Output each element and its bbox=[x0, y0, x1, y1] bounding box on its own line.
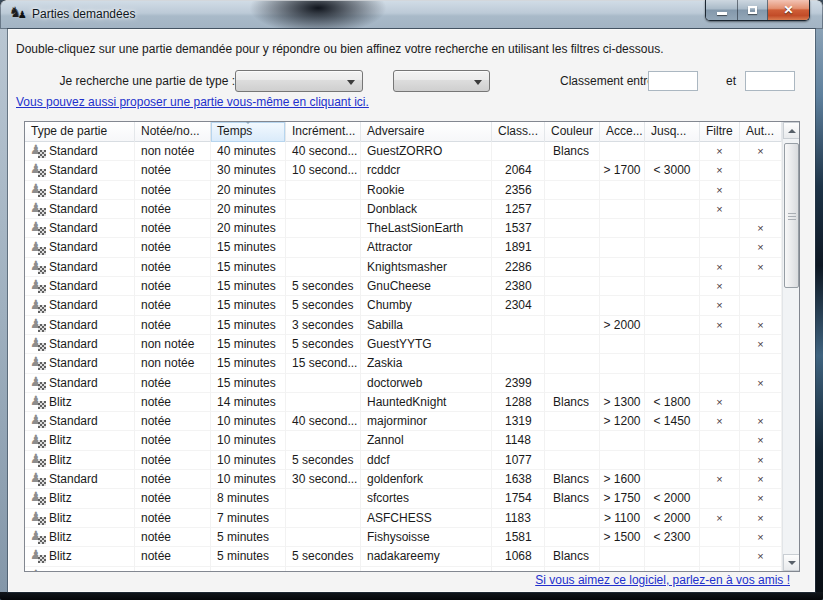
table-row[interactable]: ♟Standardnotée15 minutes5 secondesGnuChe… bbox=[25, 277, 782, 296]
cell-type: ♟Standard bbox=[25, 219, 135, 238]
table-row[interactable]: ♟Standardnotée15 minutes5 secondesChumby… bbox=[25, 296, 782, 315]
scroll-up-button[interactable] bbox=[783, 122, 800, 139]
tell-friends-link[interactable]: Si vous aimez ce logiciel, parlez-en à v… bbox=[535, 573, 790, 587]
cell-filter: × bbox=[700, 142, 740, 161]
table-row[interactable]: ♟Standardnotée20 minutesDonblack1257× bbox=[25, 200, 782, 219]
cell-filter bbox=[700, 547, 740, 566]
close-button[interactable]: ✕ bbox=[768, 0, 809, 20]
pawn-board-icon: ♟ bbox=[31, 202, 46, 217]
cell-rating: 1891 bbox=[492, 238, 545, 257]
game-type-label: Standard bbox=[49, 142, 98, 161]
cell-rating: 2064 bbox=[492, 161, 545, 180]
table-row[interactable]: ♟Standardnon notée15 minutes5 secondesGu… bbox=[25, 335, 782, 354]
game-type-label: Standard bbox=[49, 412, 98, 431]
table-row[interactable]: ♟Blitznotée10 minutes5 secondesddcf1077× bbox=[25, 451, 782, 470]
rating-max-input[interactable] bbox=[745, 71, 795, 91]
rating-min-input[interactable] bbox=[648, 71, 698, 91]
column-header-adv[interactable]: Adversaire bbox=[361, 122, 492, 142]
cell-type: ♟Standard bbox=[25, 142, 135, 161]
table-row[interactable]: ♟Standardnotée15 minutesdoctorweb2399× bbox=[25, 374, 782, 393]
game-subtype-select[interactable] bbox=[393, 70, 490, 92]
pawn-board-icon: ♟ bbox=[31, 183, 46, 198]
cell-filter bbox=[700, 528, 740, 547]
column-header-label: Couleur bbox=[551, 124, 593, 138]
table-row[interactable]: ♟Blitznotée5 minutes5 secondesnadakareem… bbox=[25, 547, 782, 566]
column-header-inc[interactable]: Incrément... bbox=[286, 122, 361, 142]
titlebar[interactable]: ♞ ♟ Parties demandées ✕ bbox=[0, 0, 823, 29]
cell-rated: notée bbox=[135, 393, 211, 412]
table-row[interactable]: ♟Blitznotée7 minutesASFCHESS1183> 1100< … bbox=[25, 509, 782, 528]
table-row[interactable]: ♟Blitznotée5 minutesblik2170× bbox=[25, 567, 782, 571]
cell-rated: notée bbox=[135, 509, 211, 528]
column-header-label: Acce... bbox=[606, 124, 643, 138]
table-row[interactable]: ♟Blitznotée10 minutesZannol1148× bbox=[25, 431, 782, 450]
cell-rated: notée bbox=[135, 200, 211, 219]
minimize-button[interactable] bbox=[706, 0, 737, 20]
game-type-select[interactable] bbox=[235, 70, 363, 92]
column-header-color[interactable]: Couleur bbox=[545, 122, 600, 142]
cell-below: < 3000 bbox=[645, 161, 700, 180]
cell-inc bbox=[286, 489, 361, 508]
table-row[interactable]: ♟Standardnotée15 minutesKnightsmasher228… bbox=[25, 258, 782, 277]
column-header-label: Notée/no... bbox=[141, 124, 200, 138]
pawn-board-icon: ♟ bbox=[31, 491, 46, 506]
cell-filter: × bbox=[700, 258, 740, 277]
rating-between-label: Classement entre bbox=[560, 74, 654, 88]
pawn-board-icon: ♟ bbox=[31, 241, 46, 256]
cell-type: ♟Standard bbox=[25, 335, 135, 354]
cell-inc: 5 secondes bbox=[286, 335, 361, 354]
table-row[interactable]: ♟Blitznotée5 minutesFishysoisse1581> 150… bbox=[25, 528, 782, 547]
column-header-type[interactable]: Type de partie bbox=[25, 122, 135, 142]
cell-above bbox=[600, 431, 645, 450]
cell-rated: notée bbox=[135, 451, 211, 470]
cell-filter bbox=[700, 354, 740, 373]
column-header-below[interactable]: Jusq... bbox=[645, 122, 700, 142]
cell-filter: × bbox=[700, 277, 740, 296]
search-type-label: Je recherche une partie de type : bbox=[58, 74, 235, 88]
table-row[interactable]: ♟Standardnotée20 minutesTheLastSionEarth… bbox=[25, 219, 782, 238]
cell-filter: × bbox=[700, 412, 740, 431]
caption-buttons: ✕ bbox=[705, 0, 810, 21]
table-row[interactable]: ♟Standardnotée20 minutesRookie2356× bbox=[25, 181, 782, 200]
column-header-filter[interactable]: Filtre bbox=[700, 122, 740, 142]
table-row[interactable]: ♟Standardnon notée15 minutes15 second...… bbox=[25, 354, 782, 373]
cell-below bbox=[645, 316, 700, 335]
table-row[interactable]: ♟Standardnon notée40 minutes40 second...… bbox=[25, 142, 782, 161]
cell-below bbox=[645, 200, 700, 219]
column-header-rated[interactable]: Notée/no... bbox=[135, 122, 211, 142]
column-header-above[interactable]: Acce... bbox=[600, 122, 645, 142]
pawn-board-icon: ♟ bbox=[31, 511, 46, 526]
propose-game-link[interactable]: Vous pouvez aussi proposer une partie vo… bbox=[16, 95, 369, 109]
maximize-button[interactable] bbox=[737, 0, 768, 20]
column-header-time[interactable]: Temps bbox=[211, 122, 286, 142]
maximize-icon bbox=[748, 6, 757, 14]
cell-adv: majorminor bbox=[361, 412, 492, 431]
cell-color bbox=[545, 161, 600, 180]
scrollbar-thumb[interactable] bbox=[784, 143, 799, 288]
cell-above bbox=[600, 374, 645, 393]
column-header-auto[interactable]: Aut... bbox=[740, 122, 782, 142]
cell-adv: Chumby bbox=[361, 296, 492, 315]
intro-text: Double-cliquez sur une partie demandée p… bbox=[16, 42, 796, 56]
cell-inc bbox=[286, 393, 361, 412]
vertical-scrollbar[interactable] bbox=[782, 122, 799, 571]
cell-type: ♟Standard bbox=[25, 354, 135, 373]
cell-auto: × bbox=[740, 219, 782, 238]
cell-type: ♟Standard bbox=[25, 200, 135, 219]
column-header-label: Filtre bbox=[706, 124, 733, 138]
cell-below bbox=[645, 354, 700, 373]
scroll-down-button[interactable] bbox=[783, 554, 800, 571]
table-row[interactable]: ♟Standardnotée10 minutes30 second...gold… bbox=[25, 470, 782, 489]
table-row[interactable]: ♟Standardnotée15 minutesAttractor1891× bbox=[25, 238, 782, 257]
propose-game-row: Vous pouvez aussi proposer une partie vo… bbox=[16, 95, 369, 109]
column-header-rating[interactable]: Class... bbox=[492, 122, 545, 142]
table-row[interactable]: ♟Blitznotée8 minutessfcortes1754Blancs> … bbox=[25, 489, 782, 508]
cell-time: 15 minutes bbox=[211, 316, 286, 335]
table-row[interactable]: ♟Standardnotée30 minutes10 second...rcdd… bbox=[25, 161, 782, 180]
table-row[interactable]: ♟Blitznotée14 minutesHauntedKnight1288Bl… bbox=[25, 393, 782, 412]
pawn-board-icon: ♟ bbox=[31, 163, 46, 178]
table-row[interactable]: ♟Standardnotée15 minutes3 secondesSabill… bbox=[25, 316, 782, 335]
table-row[interactable]: ♟Standardnotée10 minutes40 second...majo… bbox=[25, 412, 782, 431]
pawn-board-icon: ♟ bbox=[31, 376, 46, 391]
cell-color bbox=[545, 528, 600, 547]
